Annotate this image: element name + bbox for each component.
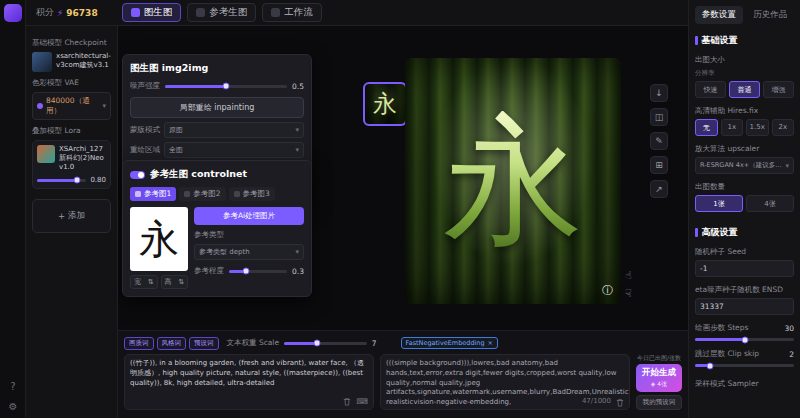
rail-bottom: ? ⚙ bbox=[0, 382, 26, 412]
hires-1x-button[interactable]: 1x bbox=[721, 119, 744, 136]
steps-row: 绘画步数 Steps 30 bbox=[695, 323, 794, 333]
vae-select[interactable]: 840000（通用） ▾ bbox=[32, 92, 111, 120]
steps-slider[interactable] bbox=[695, 338, 794, 341]
chevron-down-icon: ▾ bbox=[295, 126, 299, 134]
share-icon[interactable]: ↗ bbox=[650, 180, 668, 198]
upscaler-value: R-ESRGAN 4x+（建议多种风格） bbox=[700, 161, 785, 170]
negative-embedding-chip[interactable]: FastNegativeEmbedding × bbox=[401, 337, 499, 349]
advanced-settings-header: 高级设置 bbox=[695, 226, 794, 239]
help-icon[interactable]: ? bbox=[10, 382, 15, 392]
checkpoint-name: xsarchitectural-v3com建筑v3.1 bbox=[56, 52, 111, 70]
strength-slider[interactable] bbox=[229, 270, 287, 273]
reference-image-icon bbox=[184, 191, 190, 197]
redraw-area-row: 重绘区域 全图 ▾ bbox=[130, 142, 304, 158]
points-badge[interactable]: 积分 ⚡ 96738 bbox=[36, 6, 98, 19]
resolution-enhanced-button[interactable]: 增强 bbox=[763, 81, 794, 98]
controlnet-tab-label: 参考图1 bbox=[144, 189, 171, 199]
tab-reference-gen[interactable]: 参考生图 bbox=[187, 3, 256, 22]
checkpoint-model-row[interactable]: xsarchitectural-v3com建筑v3.1 bbox=[32, 52, 111, 72]
prompt-chip[interactable]: 画质词 bbox=[124, 337, 154, 350]
like-icon[interactable]: ☝ bbox=[625, 270, 632, 281]
reference-image[interactable]: 永 bbox=[130, 207, 188, 271]
count-1-button[interactable]: 1张 bbox=[695, 195, 743, 212]
upscaler-select[interactable]: R-ESRGAN 4x+（建议多种风格） ▾ bbox=[695, 157, 794, 174]
strength-label: 参考程度 bbox=[194, 266, 224, 276]
edit-icon[interactable]: ✎ bbox=[650, 132, 668, 150]
app-logo[interactable] bbox=[4, 4, 22, 22]
result-preview[interactable]: 永 ⓘ bbox=[405, 58, 621, 304]
reaction-column: ☝ ☟ bbox=[625, 270, 632, 299]
tab-workflow[interactable]: 工作流 bbox=[262, 3, 322, 22]
add-model-button[interactable]: + 添加 bbox=[32, 199, 111, 233]
cfg-scale-slider[interactable] bbox=[284, 342, 367, 345]
download-icon[interactable]: ↓ bbox=[650, 84, 668, 102]
seed-input[interactable]: -1 bbox=[695, 260, 794, 277]
tab-parameters[interactable]: 参数设置 bbox=[695, 6, 743, 24]
chevron-down-icon: ▾ bbox=[785, 162, 789, 170]
settings-icon[interactable]: ⚙ bbox=[9, 402, 18, 412]
lora-weight-value: 0.80 bbox=[90, 176, 106, 184]
resolution-normal-button[interactable]: 普通 bbox=[729, 81, 760, 98]
controlnet-tab-1[interactable]: 参考图1 bbox=[130, 187, 176, 201]
cfg-scale-value: 7 bbox=[372, 339, 377, 348]
tab-img2img[interactable]: 图生图 bbox=[122, 3, 182, 22]
steps-label: 绘画步数 Steps bbox=[695, 323, 748, 333]
resolution-fast-button[interactable]: 快速 bbox=[695, 81, 726, 98]
dislike-icon[interactable]: ☟ bbox=[625, 288, 632, 299]
chevron-down-icon: ▾ bbox=[295, 248, 299, 256]
clip-skip-slider-row bbox=[695, 364, 794, 367]
reference-type-select[interactable]: 参考类型 depth ▾ bbox=[194, 244, 304, 260]
close-icon[interactable]: × bbox=[488, 339, 493, 347]
ai-process-button[interactable]: 参考Ai处理图片 bbox=[194, 207, 304, 225]
prompt-chip[interactable]: 预设词 bbox=[189, 337, 219, 350]
hires-1-5x-button[interactable]: 1.5x bbox=[746, 119, 769, 136]
tab-history[interactable]: 历史作品 bbox=[747, 6, 795, 24]
lora-card[interactable]: XSArchi_127新科幻(2)Neov1.0 0.80 bbox=[32, 140, 111, 189]
ensd-input[interactable]: 31337 bbox=[695, 298, 794, 315]
mask-mode-select[interactable]: 原图 ▾ bbox=[164, 122, 304, 138]
slider-fill bbox=[695, 338, 745, 341]
controlnet-tab-3[interactable]: 参考图3 bbox=[229, 187, 275, 201]
seed-label: 随机种子 Seed bbox=[695, 247, 794, 257]
hires-2x-button[interactable]: 2x bbox=[772, 119, 795, 136]
generate-button[interactable]: 开始生成 ◈ 4张 bbox=[636, 364, 682, 392]
info-icon[interactable]: ⓘ bbox=[602, 283, 613, 298]
negative-prompt-input[interactable]: (((simple background))),lowres,bad anato… bbox=[380, 354, 630, 410]
steps-slider-row bbox=[695, 338, 794, 341]
hires-none-button[interactable]: 无 bbox=[695, 119, 718, 136]
clip-skip-slider[interactable] bbox=[695, 364, 794, 367]
vae-section-label: 色彩模型 VAE bbox=[32, 78, 111, 88]
count-4-button[interactable]: 4张 bbox=[746, 195, 794, 212]
result-thumbnail[interactable]: 永 bbox=[363, 82, 407, 126]
lora-weight-slider[interactable] bbox=[37, 179, 86, 182]
add-model-label: 添加 bbox=[68, 210, 85, 222]
clip-skip-value: 2 bbox=[789, 350, 794, 359]
denoise-slider[interactable] bbox=[165, 85, 287, 88]
height-stepper[interactable]: 高 ⇅ bbox=[161, 275, 189, 289]
inpaint-button[interactable]: 局部重绘 inpainting bbox=[130, 97, 304, 118]
redraw-area-select[interactable]: 全图 ▾ bbox=[164, 142, 304, 158]
width-stepper[interactable]: 宽 ⇅ bbox=[130, 275, 158, 289]
controlnet-tab-2[interactable]: 参考图2 bbox=[179, 187, 225, 201]
compare-icon[interactable]: ◫ bbox=[650, 108, 668, 126]
controlnet-toggle[interactable] bbox=[130, 171, 145, 179]
preview-glyph: 永 bbox=[443, 111, 583, 251]
reference-type-value: 参考类型 depth bbox=[199, 247, 250, 257]
up-down-icon: ⇅ bbox=[148, 278, 154, 286]
controlnet-tabs: 参考图1 参考图2 参考图3 bbox=[130, 187, 304, 201]
trash-icon[interactable] bbox=[616, 398, 624, 407]
positive-prompt-input[interactable]: ((竹子)), in a blooming garden, (fresh and… bbox=[124, 354, 374, 410]
basic-settings-header: 基础设置 bbox=[695, 34, 794, 47]
slider-knob bbox=[706, 362, 713, 369]
controlnet-tab-label: 参考图2 bbox=[193, 189, 220, 199]
controlnet-panel: 参考生图 controlnet 参考图1 参考图2 参考图3 bbox=[122, 160, 312, 297]
grid-icon[interactable]: ⊞ bbox=[650, 156, 668, 174]
trash-icon[interactable] bbox=[343, 397, 351, 406]
my-presets-button[interactable]: 我的预设词 bbox=[636, 395, 682, 410]
keyboard-icon[interactable]: ⌨ bbox=[356, 396, 368, 407]
controlnet-header: 参考生图 controlnet bbox=[130, 168, 304, 181]
prompt-chip[interactable]: 风格词 bbox=[157, 337, 187, 350]
thumbnail-glyph: 永 bbox=[373, 88, 397, 120]
hires-fix-label: 高清辅助 Hires.fix bbox=[695, 106, 794, 116]
generate-column: 今日已出图/张数 开始生成 ◈ 4张 我的预设词 bbox=[636, 354, 682, 410]
